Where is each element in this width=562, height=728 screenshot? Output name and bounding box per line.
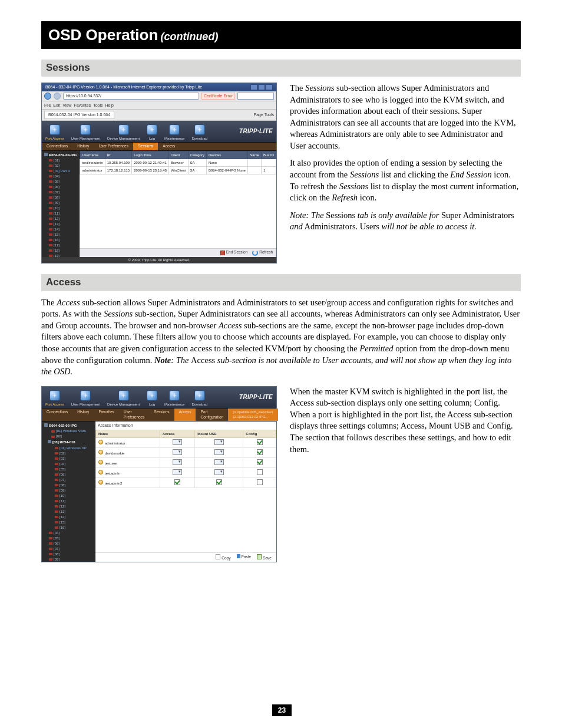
dropdown[interactable] — [173, 449, 182, 455]
col-header[interactable]: Client — [168, 151, 188, 159]
port-item[interactable]: [05] — [43, 536, 95, 541]
fwd-icon[interactable] — [54, 93, 61, 100]
browser-tabstrip[interactable]: B064-032-04 IPG Version 1.0.064 Page Too… — [42, 110, 276, 120]
subtab-connections[interactable]: Connections — [42, 143, 72, 150]
subtab-favorites[interactable]: Favorites — [94, 409, 119, 421]
tree-root-2[interactable]: [03] B054-016 — [43, 439, 95, 445]
nav-port-access[interactable]: Port Access — [42, 121, 68, 142]
port-item[interactable]: [17] — [43, 243, 79, 248]
port-item[interactable]: [02] — [43, 163, 79, 169]
checkbox[interactable] — [216, 479, 222, 485]
col-header[interactable]: Mount USB — [195, 430, 243, 437]
osd-subtabs[interactable]: Connections History User Preferences Ses… — [42, 143, 276, 151]
port-item[interactable]: [13] — [43, 509, 95, 515]
col-header[interactable]: Name — [96, 430, 160, 437]
browser-tools[interactable]: Page Tools — [253, 112, 274, 117]
dropdown[interactable] — [214, 459, 224, 465]
table-row[interactable]: testuser — [96, 458, 276, 468]
port-item[interactable]: [07] — [43, 190, 79, 195]
port-item[interactable]: [09] — [43, 557, 95, 562]
port-item[interactable]: [02] — [43, 434, 95, 439]
subtab-access[interactable]: Access — [158, 143, 180, 150]
col-header[interactable]: Name — [247, 151, 261, 159]
paste-button[interactable]: Paste — [237, 554, 252, 561]
back-icon[interactable] — [44, 93, 51, 100]
save-button[interactable]: Save — [257, 554, 272, 561]
col-header[interactable]: Access — [160, 430, 195, 437]
subtab-connections[interactable]: Connections — [42, 409, 72, 421]
port-item[interactable]: [05] — [43, 467, 95, 472]
subtab-portcfg[interactable]: Port Configuration — [196, 409, 228, 421]
port-item[interactable]: [10] — [43, 493, 95, 499]
nav-user-management[interactable]: User Management — [68, 387, 104, 408]
copy-button[interactable]: Copy — [216, 554, 230, 561]
port-item[interactable]: [11] — [43, 211, 79, 216]
port-tree[interactable]: B064-032-02-IPG [01] Windows Vista[02] [… — [42, 421, 95, 562]
table-row[interactable]: administrator — [96, 437, 276, 447]
port-item[interactable]: [18] — [43, 248, 79, 253]
port-item[interactable]: [01] — [43, 158, 79, 163]
port-item[interactable]: [15] — [43, 232, 79, 238]
col-header[interactable]: Devices — [206, 151, 247, 159]
port-item[interactable]: [07] — [43, 546, 95, 552]
port-item[interactable]: [12] — [43, 504, 95, 509]
col-header[interactable]: Config — [243, 430, 276, 437]
subtab-access[interactable]: Access — [174, 409, 196, 421]
port-item[interactable]: [14] — [43, 227, 79, 232]
table-row[interactable]: administrator172.18.12.1152009-09-13 23:… — [80, 166, 276, 174]
dropdown[interactable] — [214, 449, 224, 455]
window-controls[interactable] — [250, 84, 273, 90]
port-item[interactable]: [08] — [43, 195, 79, 200]
port-tree[interactable]: B064-032-04-IPG [01][02][03] Port 3[04][… — [42, 151, 80, 257]
url-field[interactable]: https://10.0.94.337/ — [63, 93, 199, 100]
port-item[interactable]: [14] — [43, 515, 95, 520]
checkbox[interactable] — [257, 449, 263, 455]
port-item[interactable]: [11] — [43, 499, 95, 504]
nav-download[interactable]: Download — [188, 387, 211, 408]
port-item[interactable]: [01] Windows XP — [43, 446, 95, 451]
end-session-button[interactable]: End Session — [220, 250, 248, 256]
dropdown[interactable] — [214, 439, 224, 445]
nav-user-management[interactable]: User Management — [68, 121, 104, 142]
nav-log[interactable]: Log — [143, 121, 161, 142]
nav-port-access[interactable]: Port Access — [42, 387, 68, 408]
port-item[interactable]: [04] — [43, 531, 95, 536]
port-item[interactable]: [03] Port 3 — [43, 169, 79, 174]
checkbox[interactable] — [257, 459, 263, 465]
port-item[interactable]: [16] — [43, 525, 95, 531]
port-item[interactable]: [15] — [43, 520, 95, 525]
port-item[interactable]: [04] — [43, 462, 95, 467]
nav-device-management[interactable]: Device Management — [104, 121, 143, 142]
col-header[interactable]: Bus ID — [261, 151, 276, 159]
checkbox[interactable] — [257, 469, 263, 475]
port-item[interactable]: [19] — [43, 253, 79, 257]
port-item[interactable]: [09] — [43, 488, 95, 493]
port-item[interactable]: [06] — [43, 185, 79, 190]
nav-maintenance[interactable]: Maintenance — [161, 121, 188, 142]
osd-nav[interactable]: Port Access User Management Device Manag… — [42, 121, 276, 143]
browser-menubar[interactable]: File Edit View Favorites Tools Help — [42, 101, 276, 110]
port-item[interactable]: [08] — [43, 483, 95, 488]
dropdown[interactable] — [173, 469, 182, 475]
port-item[interactable]: [06] — [43, 472, 95, 477]
port-item[interactable]: [09] — [43, 200, 79, 206]
port-item[interactable]: [08] — [43, 552, 95, 557]
nav-download[interactable]: Download — [188, 121, 211, 142]
nav-maintenance[interactable]: Maintenance — [161, 387, 188, 408]
nav-device-management[interactable]: Device Management — [104, 387, 143, 408]
col-header[interactable]: Login Time — [132, 151, 169, 159]
port-item[interactable]: [03] — [43, 456, 95, 462]
port-item[interactable]: [04] — [43, 174, 79, 179]
subtab-prefs[interactable]: User Preferences — [119, 409, 149, 421]
port-item[interactable]: [07] — [43, 477, 95, 483]
subtab-history[interactable]: History — [72, 409, 94, 421]
subtab-sessions[interactable]: Sessions — [133, 143, 158, 150]
osd-subtabs[interactable]: Connections History Favorites User Prefe… — [42, 409, 276, 422]
col-header[interactable]: IP — [105, 151, 131, 159]
dropdown[interactable] — [173, 439, 182, 445]
port-item[interactable]: [05] — [43, 179, 79, 185]
port-item[interactable]: [12] — [43, 216, 79, 222]
subtab-history[interactable]: History — [72, 143, 94, 150]
port-item[interactable]: [02] — [43, 451, 95, 456]
refresh-button[interactable]: Refresh — [252, 250, 273, 256]
